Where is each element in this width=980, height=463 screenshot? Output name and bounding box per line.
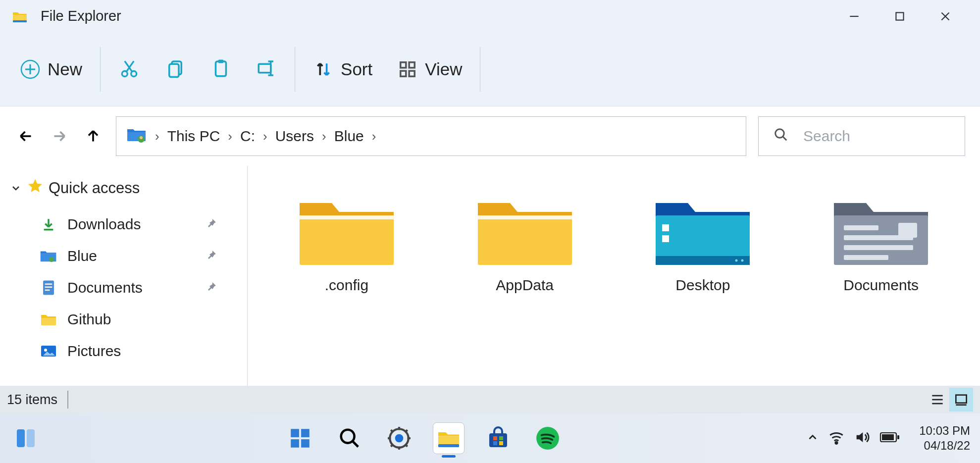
svg-rect-17 [258, 64, 271, 73]
battery-icon[interactable] [879, 431, 900, 446]
svg-rect-42 [478, 215, 572, 219]
explorer-taskbar-button[interactable] [433, 422, 464, 454]
cut-button[interactable] [118, 57, 140, 81]
download-icon [40, 215, 57, 233]
breadcrumb-item[interactable]: C: [240, 128, 255, 145]
details-view-toggle[interactable] [926, 388, 949, 412]
svg-point-9 [122, 71, 127, 76]
svg-line-67 [353, 441, 359, 447]
clock-time: 10:03 PM [919, 423, 970, 438]
search-input[interactable] [803, 128, 980, 145]
svg-rect-15 [216, 61, 226, 76]
svg-rect-23 [401, 71, 406, 76]
svg-rect-33 [45, 284, 52, 285]
sidebar-item-label: Github [67, 311, 111, 328]
maximize-button[interactable] [877, 0, 923, 32]
pictures-icon [40, 342, 57, 360]
chevron-right-icon: › [263, 129, 267, 144]
svg-rect-24 [409, 71, 414, 76]
sidebar-item-label: Documents [67, 279, 143, 296]
svg-rect-52 [844, 245, 913, 250]
settings-button[interactable] [383, 422, 415, 454]
spotify-button[interactable] [532, 422, 564, 454]
sort-button[interactable]: Sort [313, 59, 372, 80]
search-box[interactable] [758, 116, 965, 156]
svg-rect-58 [956, 395, 966, 403]
svg-point-48 [741, 259, 744, 262]
file-item[interactable]: Desktop [619, 181, 787, 299]
nav-up-button[interactable] [82, 125, 104, 147]
svg-rect-79 [438, 444, 459, 447]
new-button-label: New [48, 59, 82, 79]
svg-rect-40 [300, 215, 394, 219]
svg-rect-16 [218, 59, 224, 63]
svg-rect-1 [13, 20, 27, 22]
svg-point-38 [44, 349, 47, 352]
toolbar: New Sort View [0, 32, 980, 106]
sidebar-item-documents[interactable]: Documents [10, 272, 237, 304]
quick-access-header[interactable]: Quick access [10, 178, 237, 199]
widgets-button[interactable] [10, 422, 42, 454]
svg-point-27 [140, 136, 143, 139]
sidebar-item-downloads[interactable]: Downloads [10, 208, 237, 240]
svg-rect-63 [301, 429, 309, 437]
taskbar-clock[interactable]: 10:03 PM 04/18/22 [919, 423, 970, 453]
minimize-button[interactable] [831, 0, 877, 32]
tray-chevron-icon[interactable] [806, 431, 819, 446]
toolbar-separator [295, 47, 295, 92]
file-item[interactable]: .config [262, 181, 431, 299]
svg-point-47 [735, 259, 738, 262]
sidebar-item-blue[interactable]: Blue [10, 240, 237, 272]
volume-icon[interactable] [854, 429, 871, 448]
svg-point-69 [395, 434, 404, 443]
chevron-right-icon: › [155, 129, 159, 144]
sidebar-item-pictures[interactable]: Pictures [10, 335, 237, 367]
view-button-label: View [425, 59, 462, 79]
breadcrumb-item[interactable]: Users [275, 128, 314, 145]
icons-view-toggle[interactable] [949, 388, 973, 412]
svg-rect-46 [662, 235, 669, 242]
nav-back-button[interactable] [15, 125, 37, 147]
chevron-right-icon: › [372, 129, 376, 144]
svg-line-77 [406, 430, 408, 432]
folder-icon [470, 186, 579, 270]
toolbar-separator [100, 47, 101, 92]
svg-rect-81 [493, 436, 497, 440]
breadcrumb-item[interactable]: This PC [167, 128, 220, 145]
svg-rect-36 [41, 318, 56, 325]
pin-icon [206, 279, 217, 296]
breadcrumb-item[interactable]: Blue [334, 128, 364, 145]
address-bar[interactable]: › This PC › C: › Users › Blue › [116, 116, 746, 156]
wifi-icon[interactable] [828, 429, 845, 448]
svg-rect-60 [17, 429, 25, 447]
svg-rect-53 [844, 255, 888, 260]
item-count: 15 items [7, 392, 57, 408]
close-button[interactable] [923, 0, 968, 32]
view-button[interactable]: View [397, 59, 462, 80]
star-icon [27, 178, 44, 199]
svg-rect-62 [291, 429, 299, 437]
explorer-app-icon [12, 9, 28, 23]
svg-point-86 [835, 442, 837, 444]
status-bar: 15 items [0, 386, 980, 413]
file-pane[interactable]: .config AppData [248, 166, 980, 386]
file-item-label: AppData [496, 277, 554, 294]
svg-line-74 [391, 430, 393, 432]
folder-icon [292, 186, 401, 270]
svg-rect-34 [45, 287, 52, 288]
new-button[interactable]: New [20, 59, 82, 80]
file-item[interactable]: AppData [441, 181, 609, 299]
system-tray[interactable] [806, 429, 900, 448]
sidebar-item-github[interactable]: Github [10, 304, 237, 335]
paste-button[interactable] [210, 58, 231, 81]
nav-forward-button[interactable] [49, 125, 70, 147]
desktop-folder-icon [648, 186, 757, 270]
copy-button[interactable] [165, 58, 186, 81]
file-item[interactable]: Documents [797, 181, 965, 299]
rename-button[interactable] [256, 58, 277, 81]
svg-line-76 [391, 445, 393, 447]
start-button[interactable] [284, 422, 316, 454]
store-button[interactable] [482, 422, 514, 454]
search-button[interactable] [334, 422, 365, 454]
search-icon [774, 127, 788, 146]
